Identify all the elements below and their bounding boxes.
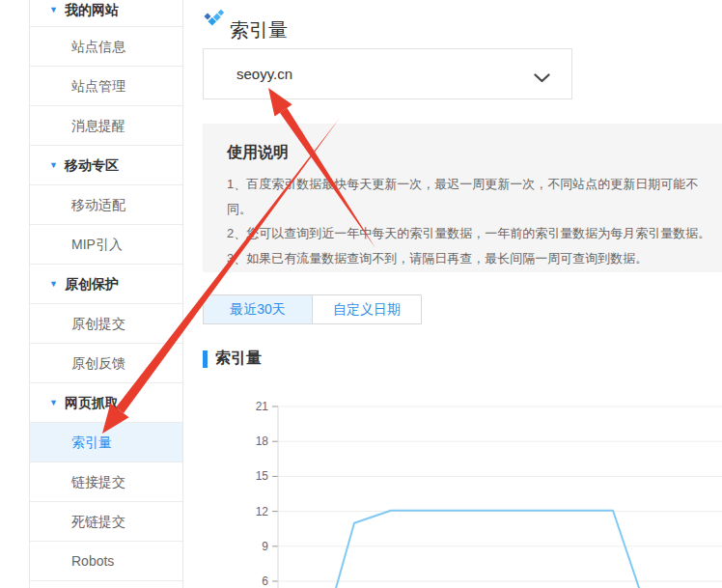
sidebar-item-message-alert[interactable]: 消息提醒 bbox=[30, 106, 182, 146]
sidebar-item-label: 原创保护 bbox=[65, 276, 119, 292]
collapse-triangle-icon: ▼ bbox=[49, 160, 58, 170]
sidebar-item-original-feedback[interactable]: 原创反馈 bbox=[30, 344, 182, 383]
sidebar-item-label: 索引量 bbox=[71, 434, 112, 450]
y-axis-label: 21 bbox=[256, 400, 269, 413]
sidebar-item-mip[interactable]: MIP引入 bbox=[30, 225, 182, 265]
sidebar-item-index-volume[interactable]: 索引量 bbox=[30, 423, 182, 462]
sidebar-item-original-submit[interactable]: 原创提交 bbox=[30, 304, 182, 344]
sidebar-item-label: Robots bbox=[71, 553, 114, 569]
sidebar-item-link-submit[interactable]: 链接提交 bbox=[30, 462, 182, 502]
chart-section-title: 索引量 bbox=[215, 349, 262, 369]
sidebar-item-label: 网页抓取 bbox=[65, 395, 119, 410]
sidebar-item-label: 移动适配 bbox=[71, 197, 125, 212]
usage-instructions-title: 使用说明 bbox=[227, 143, 722, 163]
y-axis-label: 18 bbox=[256, 434, 269, 448]
y-axis-label: 6 bbox=[262, 574, 268, 588]
baidu-ziyuan-logo-icon bbox=[204, 9, 225, 31]
date-range-tabs: 最近30天 自定义日期 bbox=[203, 294, 422, 324]
y-axis-label: 9 bbox=[262, 540, 268, 553]
index-volume-line-chart: 2118151296 bbox=[203, 386, 722, 588]
sidebar-item-label: 链接提交 bbox=[71, 474, 125, 490]
page-title: 索引量 bbox=[230, 17, 288, 43]
chart-section-header: 索引量 bbox=[203, 349, 262, 369]
sidebar-item-label: 原创提交 bbox=[71, 316, 125, 331]
sidebar-item-dead-link-submit[interactable]: 死链提交 bbox=[30, 502, 182, 542]
sidebar-item-label: 消息提醒 bbox=[71, 118, 125, 133]
sidebar-item-label: 原创反馈 bbox=[71, 355, 125, 371]
y-axis-label: 15 bbox=[256, 469, 269, 483]
index-volume-line bbox=[336, 511, 640, 588]
sidebar-item-label: 站点管理 bbox=[71, 78, 125, 94]
sidebar-item-label: 移动专区 bbox=[65, 157, 119, 173]
y-axis-label: 12 bbox=[256, 505, 269, 518]
sidebar-header-original-protection[interactable]: ▼原创保护 bbox=[30, 265, 182, 304]
collapse-triangle-icon: ▼ bbox=[49, 398, 58, 407]
instruction-line-3: 3、如果已有流量数据查询不到，请隔日再查，最长间隔一周可查询到数据。 bbox=[227, 246, 722, 271]
sidebar-item-site-management[interactable]: 站点管理 bbox=[30, 67, 182, 106]
sidebar-nav: ▼我的网站站点信息站点管理消息提醒▼移动专区移动适配MIP引入▼原创保护原创提交… bbox=[29, 0, 183, 588]
sidebar-item-mobile-adaptation[interactable]: 移动适配 bbox=[30, 185, 182, 225]
site-selector-value: seoyy.cn bbox=[236, 49, 292, 98]
instruction-line-2: 2、您可以查询到近一年中每天的索引量数据，一年前的索引量数据为每月索引量数据。 bbox=[227, 221, 722, 246]
sidebar-item-robots[interactable]: Robots bbox=[30, 542, 182, 581]
instruction-line-1: 1、百度索引数据最快每天更新一次，最迟一周更新一次，不同站点的更新日期可能不同。 bbox=[227, 172, 722, 221]
sidebar-header-web-crawl[interactable]: ▼网页抓取 bbox=[30, 383, 182, 423]
sidebar-item-label: 死链提交 bbox=[71, 514, 125, 529]
collapse-triangle-icon: ▼ bbox=[49, 279, 58, 289]
tab-custom-date[interactable]: 自定义日期 bbox=[313, 294, 422, 324]
sidebar-header-mobile-zone[interactable]: ▼移动专区 bbox=[30, 146, 182, 185]
sidebar-item-label: MIP引入 bbox=[71, 237, 123, 252]
sidebar-header-my-site[interactable]: ▼我的网站 bbox=[30, 0, 182, 27]
sidebar-item-label: 我的网站 bbox=[65, 2, 119, 17]
sidebar-item-label: 站点信息 bbox=[71, 39, 125, 54]
collapse-triangle-icon: ▼ bbox=[49, 5, 58, 14]
tab-last-30-days[interactable]: 最近30天 bbox=[203, 294, 313, 324]
site-selector-dropdown[interactable]: seoyy.cn bbox=[203, 48, 572, 99]
sidebar-item-site-info[interactable]: 站点信息 bbox=[30, 27, 182, 67]
chevron-down-icon bbox=[534, 70, 550, 87]
usage-instructions-panel: 使用说明 1、百度索引数据最快每天更新一次，最迟一周更新一次，不同站点的更新日期… bbox=[203, 124, 722, 272]
blue-bar-icon bbox=[203, 350, 208, 368]
